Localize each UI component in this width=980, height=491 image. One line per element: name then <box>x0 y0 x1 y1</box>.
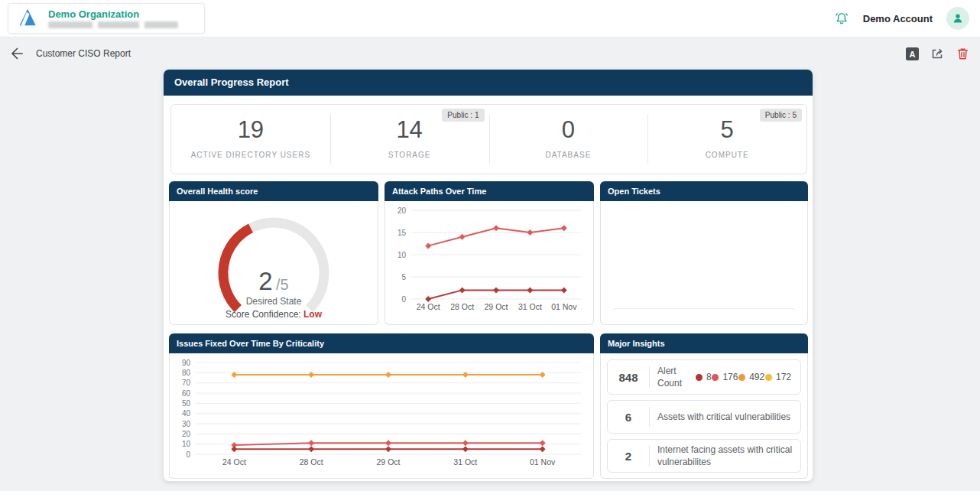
insight-label: Assets with critical vulnerabilities <box>657 411 790 423</box>
legend-item: 8 <box>696 372 712 382</box>
stat-value: 0 <box>489 116 648 144</box>
major-insights-card: Major Insights 848 Alert Count 8 176 <box>600 333 808 479</box>
health-score-value: 2 <box>258 267 272 295</box>
azure-logo-icon <box>16 6 37 31</box>
stat-label: ACTIVE DIRECTORY USERS <box>171 151 330 159</box>
panel-title: Overall Progress Report <box>164 70 813 96</box>
insight-value: 6 <box>615 411 641 424</box>
svg-text:60: 60 <box>182 389 191 398</box>
svg-text:90: 90 <box>182 359 191 367</box>
svg-text:01 Nov: 01 Nov <box>551 302 577 311</box>
organization-selector[interactable]: Demo Organization <box>8 3 205 34</box>
svg-text:29 Oct: 29 Oct <box>485 302 508 311</box>
card-title: Major Insights <box>600 333 808 353</box>
stat-label: STORAGE <box>330 151 489 159</box>
svg-text:28 Oct: 28 Oct <box>450 302 474 311</box>
svg-text:28 Oct: 28 Oct <box>300 457 323 467</box>
stat-label: DATABASE <box>489 151 648 159</box>
svg-text:01 Nov: 01 Nov <box>530 457 556 467</box>
overall-progress-report-panel: Overall Progress Report 19 ACTIVE DIRECT… <box>163 69 813 482</box>
card-title: Open Tickets <box>600 181 808 201</box>
attack-paths-chart: 0510152024 Oct28 Oct29 Oct31 Oct01 Nov <box>385 201 593 322</box>
export-pdf-icon[interactable]: A <box>904 46 920 61</box>
severity-dot <box>765 374 772 381</box>
score-confidence-value: Low <box>303 309 322 320</box>
organization-id-redacted <box>48 21 178 28</box>
svg-text:80: 80 <box>182 369 191 377</box>
insight-row-alert-count: 848 Alert Count 8 176 492 <box>607 359 801 395</box>
resource-stats-card: 19 ACTIVE DIRECTORY USERS Public : 1 14 … <box>170 104 807 174</box>
delete-icon[interactable] <box>955 46 970 61</box>
card-title: Issues Fixed Over Time By Criticality <box>169 333 594 353</box>
svg-text:31 Oct: 31 Oct <box>518 302 542 311</box>
stat-storage: Public : 1 14 STORAGE <box>330 105 489 174</box>
issues-fixed-chart: 010203040506070809024 Oct28 Oct29 Oct31 … <box>170 353 593 477</box>
severity-count: 172 <box>776 372 791 382</box>
public-count-badge: Public : 5 <box>760 109 802 122</box>
svg-text:10: 10 <box>398 251 407 259</box>
legend-item: 492 <box>738 372 764 382</box>
report-breadcrumb-title: Customer CISO Report <box>36 48 131 59</box>
svg-text:20: 20 <box>182 430 191 438</box>
insight-row-internet-facing-assets: 2 Internet facing assets with critical v… <box>607 439 801 473</box>
svg-text:70: 70 <box>182 379 191 387</box>
alert-severity-legend: 8 176 492 172 <box>696 372 793 382</box>
severity-count: 176 <box>722 372 738 382</box>
back-arrow-icon[interactable] <box>9 46 24 61</box>
svg-text:10: 10 <box>182 440 191 448</box>
overall-health-score-card: Overall Health score 2 /5 Desired State … <box>169 181 378 325</box>
insight-value: 848 <box>615 371 641 384</box>
svg-text:A: A <box>909 49 915 58</box>
svg-text:24 Oct: 24 Oct <box>417 302 440 311</box>
svg-text:20: 20 <box>398 206 407 215</box>
stat-database: 0 DATABASE <box>489 105 648 174</box>
svg-text:29 Oct: 29 Oct <box>377 457 401 467</box>
user-avatar[interactable] <box>946 7 969 30</box>
severity-dot <box>696 374 703 381</box>
stat-active-directory-users: 19 ACTIVE DIRECTORY USERS <box>171 105 330 174</box>
insight-value: 2 <box>615 450 641 463</box>
notification-bell-icon[interactable] <box>834 11 849 26</box>
person-icon <box>952 12 964 24</box>
empty-chart-axis <box>613 308 795 309</box>
severity-count: 8 <box>706 372 712 382</box>
stat-compute: Public : 5 5 COMPUTE <box>647 105 806 174</box>
legend-item: 172 <box>765 372 791 382</box>
share-icon[interactable] <box>930 46 945 61</box>
health-score-subtitle: Desired State <box>170 296 378 307</box>
issues-fixed-over-time-card: Issues Fixed Over Time By Criticality 01… <box>169 333 594 479</box>
card-title: Overall Health score <box>169 181 378 201</box>
card-title: Attack Paths Over Time <box>385 181 594 201</box>
health-score-gauge: 2 /5 Desired State Score Confidence: Low <box>170 203 378 325</box>
severity-dot <box>738 374 745 381</box>
account-name[interactable]: Demo Account <box>863 13 933 24</box>
svg-text:0: 0 <box>186 450 190 459</box>
public-count-badge: Public : 1 <box>442 109 484 122</box>
attack-paths-over-time-card: Attack Paths Over Time 0510152024 Oct28 … <box>385 181 594 325</box>
score-confidence: Score Confidence: Low <box>170 309 378 320</box>
severity-dot <box>712 374 719 381</box>
insight-label: Internet facing assets with critical vul… <box>657 444 793 468</box>
svg-text:24 Oct: 24 Oct <box>222 457 246 467</box>
svg-text:40: 40 <box>182 409 191 418</box>
svg-text:0: 0 <box>401 295 406 304</box>
svg-text:15: 15 <box>398 229 407 237</box>
insight-label: Alert Count <box>657 365 691 389</box>
open-tickets-card: Open Tickets <box>600 181 808 325</box>
stat-label: COMPUTE <box>647 151 806 159</box>
top-bar: Demo Organization Demo Account <box>0 0 980 37</box>
health-score-max: /5 <box>276 276 289 293</box>
organization-name: Demo Organization <box>48 9 178 19</box>
divider <box>649 407 650 427</box>
severity-count: 492 <box>749 372 764 382</box>
svg-text:30: 30 <box>182 420 191 428</box>
divider <box>649 366 650 388</box>
svg-text:50: 50 <box>182 399 191 408</box>
stat-value: 19 <box>171 116 330 144</box>
legend-item: 176 <box>712 372 738 382</box>
svg-text:5: 5 <box>401 273 406 281</box>
divider <box>649 446 650 466</box>
insight-row-critical-assets: 6 Assets with critical vulnerabilities <box>607 400 801 434</box>
svg-text:31 Oct: 31 Oct <box>453 457 477 467</box>
report-toolbar: Customer CISO Report A <box>0 37 980 70</box>
